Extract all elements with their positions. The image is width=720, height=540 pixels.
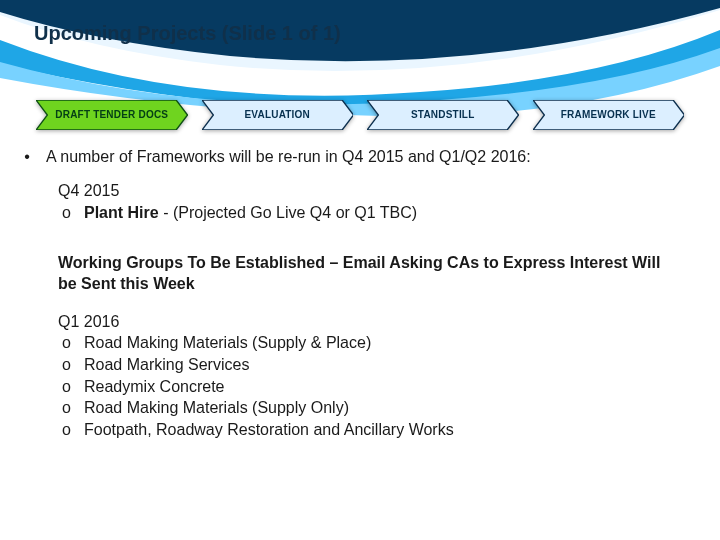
slide-title: Upcoming Projects (Slide 1 of 1) [34,22,341,45]
q1-block: Q1 2016 Road Making Materials (Supply & … [58,311,688,441]
stage-evaluation: EVALUATION [202,100,354,130]
item-bold: Plant Hire [84,204,159,221]
list-item: Readymix Concrete [60,376,688,398]
q1-heading: Q1 2016 [58,311,688,333]
stage-label: EVALUATION [230,110,324,121]
stage-label: STANDSTILL [397,110,488,121]
item-text: Footpath, Roadway Restoration and Ancill… [84,421,454,438]
stage-label: FRAMEWORK LIVE [547,110,670,121]
item-text: Road Making Materials (Supply Only) [84,399,349,416]
q4-block: Q4 2015 Plant Hire - (Projected Go Live … [58,180,688,223]
item-text: Readymix Concrete [84,378,225,395]
list-item: Road Making Materials (Supply Only) [60,397,688,419]
list-item: Plant Hire - (Projected Go Live Q4 or Q1… [60,202,688,224]
q1-list: Road Making Materials (Supply & Place) R… [60,332,688,440]
stage-framework-live: FRAMEWORK LIVE [533,100,685,130]
stage-draft-tender-docs: DRAFT TENDER DOCS [36,100,188,130]
item-text: Road Marking Services [84,356,249,373]
stage-standstill: STANDSTILL [367,100,519,130]
list-item: Road Making Materials (Supply & Place) [60,332,688,354]
q4-heading: Q4 2015 [58,180,688,202]
bullet-icon: • [20,148,34,166]
main-bullet-text: A number of Frameworks will be re-run in… [46,148,531,166]
main-bullet: • A number of Frameworks will be re-run … [20,148,688,166]
item-text: Road Making Materials (Supply & Place) [84,334,371,351]
list-item: Footpath, Roadway Restoration and Ancill… [60,419,688,441]
working-groups-note: Working Groups To Be Established – Email… [58,253,678,295]
body-content: • A number of Frameworks will be re-run … [20,148,688,440]
q4-list: Plant Hire - (Projected Go Live Q4 or Q1… [60,202,688,224]
item-rest: - (Projected Go Live Q4 or Q1 TBC) [159,204,417,221]
slide: Upcoming Projects (Slide 1 of 1) DRAFT T… [0,0,720,540]
process-stage-bar: DRAFT TENDER DOCS EVALUATION STANDSTILL … [36,100,684,130]
stage-label: DRAFT TENDER DOCS [41,110,182,121]
list-item: Road Marking Services [60,354,688,376]
